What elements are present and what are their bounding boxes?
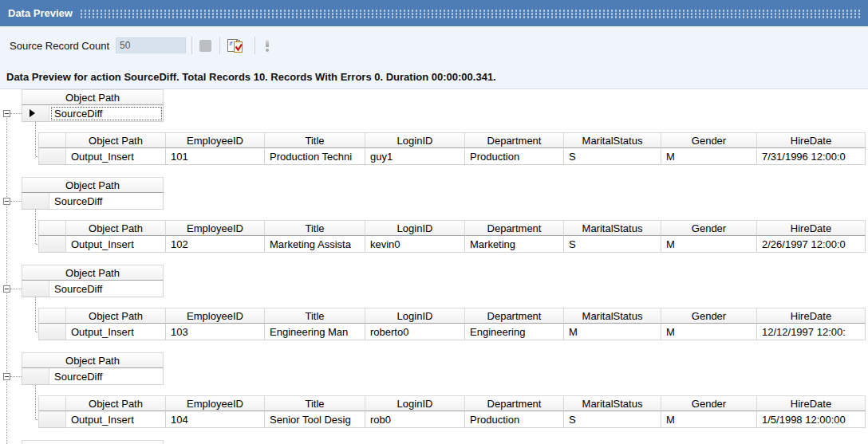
column-header[interactable]: Object Path [66, 132, 166, 148]
cell[interactable]: rob0 [365, 411, 465, 428]
collapse-minus-icon[interactable] [3, 110, 10, 117]
validate-results-icon[interactable]: if [227, 37, 245, 54]
column-header[interactable]: Gender [661, 308, 757, 324]
column-header[interactable]: MaritalStatus [564, 220, 661, 236]
column-header[interactable]: LoginID [365, 308, 465, 324]
record-count-input[interactable] [116, 37, 186, 53]
column-header[interactable]: LoginID [365, 132, 465, 148]
column-header[interactable]: HireDate [757, 308, 866, 324]
panel-title: Data Preview [8, 7, 73, 19]
column-header[interactable]: Department [465, 220, 564, 236]
tree-connector [10, 376, 22, 377]
cell[interactable]: 12/12/1997 12:00: [757, 324, 866, 340]
cell[interactable]: roberto0 [365, 324, 465, 340]
outer-column-header[interactable]: Object Path [22, 265, 164, 281]
cell[interactable]: guy1 [365, 148, 465, 165]
row-selector[interactable] [22, 368, 49, 385]
cell[interactable]: Output_Insert [66, 236, 166, 253]
cell[interactable]: Production [465, 411, 564, 428]
row-header[interactable] [38, 411, 66, 428]
cell[interactable]: M [661, 411, 757, 428]
corner-header[interactable] [38, 220, 66, 236]
column-header[interactable]: Department [465, 132, 564, 148]
cell[interactable]: 101 [166, 148, 265, 165]
outer-column-header[interactable]: Object Path [22, 440, 164, 444]
column-header[interactable]: MaritalStatus [564, 395, 661, 411]
column-header[interactable]: EmployeeID [166, 220, 265, 236]
group-row: SourceDiff [22, 368, 164, 385]
cell[interactable]: S [564, 148, 661, 165]
cell[interactable]: Production [465, 148, 564, 165]
column-header[interactable]: Gender [661, 395, 757, 411]
collapse-minus-icon[interactable] [3, 373, 10, 380]
column-header[interactable]: Object Path [66, 308, 166, 324]
column-header[interactable]: Gender [661, 220, 757, 236]
dock-grip-texture[interactable] [81, 10, 862, 18]
column-header[interactable]: Title [265, 220, 365, 236]
column-header[interactable]: HireDate [757, 395, 866, 411]
column-header[interactable]: Gender [661, 132, 757, 148]
cell[interactable]: Output_Insert [66, 148, 166, 165]
column-header[interactable]: Object Path [66, 395, 166, 411]
outer-column-header[interactable]: Object Path [22, 177, 164, 193]
cell[interactable]: M [661, 324, 757, 340]
row-selector[interactable] [22, 281, 49, 297]
stop-square-icon[interactable] [199, 40, 211, 52]
column-header[interactable]: Object Path [66, 220, 166, 236]
cell[interactable]: Marketing [465, 236, 564, 253]
cell[interactable]: Production Techni [265, 148, 365, 165]
cell[interactable]: 7/31/1996 12:00:0 [757, 148, 866, 165]
column-header[interactable]: HireDate [757, 132, 866, 148]
corner-header[interactable] [38, 132, 66, 148]
cell[interactable]: M [564, 324, 661, 340]
toolbar-separator [254, 37, 255, 54]
corner-header[interactable] [38, 308, 66, 324]
row-header[interactable] [38, 148, 66, 165]
cell[interactable]: S [564, 411, 661, 428]
cell[interactable]: 1/5/1998 12:00:00 [757, 411, 866, 428]
column-header[interactable]: MaritalStatus [564, 308, 661, 324]
group-name-cell[interactable]: SourceDiff [49, 368, 164, 385]
column-header[interactable]: Title [265, 308, 365, 324]
outer-column-header[interactable]: Object Path [22, 89, 164, 105]
cell[interactable]: 102 [166, 236, 265, 253]
cell[interactable]: S [564, 236, 661, 253]
cell[interactable]: Engineering [465, 324, 564, 340]
collapse-minus-icon[interactable] [3, 285, 10, 293]
column-header[interactable]: EmployeeID [166, 395, 265, 411]
cell[interactable]: 104 [166, 411, 265, 428]
status-text: Data Preview for action SourceDiff. Tota… [6, 71, 496, 83]
outer-column-header[interactable]: Object Path [22, 352, 164, 368]
cell[interactable]: M [661, 236, 757, 253]
column-header[interactable]: Title [265, 395, 365, 411]
collapse-minus-icon[interactable] [3, 198, 10, 205]
group-name-cell[interactable]: SourceDiff [49, 281, 164, 297]
cell[interactable]: Output_Insert [66, 411, 166, 428]
cell[interactable]: Output_Insert [66, 324, 166, 340]
column-header[interactable]: MaritalStatus [564, 132, 661, 148]
corner-header[interactable] [38, 395, 66, 411]
column-header[interactable]: HireDate [757, 220, 866, 236]
column-header[interactable]: LoginID [365, 220, 465, 236]
cell[interactable]: M [661, 148, 757, 165]
column-header[interactable]: LoginID [365, 395, 465, 411]
cell[interactable]: Marketing Assista [265, 236, 365, 253]
cell[interactable]: Senior Tool Desig [265, 411, 365, 428]
cell[interactable]: 2/26/1997 12:00:0 [757, 236, 866, 253]
group-row: SourceDiff [22, 281, 164, 297]
column-header[interactable]: EmployeeID [166, 308, 265, 324]
row-selector[interactable] [22, 105, 49, 122]
cell[interactable]: kevin0 [365, 236, 465, 253]
cell[interactable]: Engineering Man [265, 324, 365, 340]
group-name-cell[interactable]: SourceDiff [49, 193, 164, 210]
column-header[interactable]: Department [465, 395, 564, 411]
group-name-cell[interactable]: SourceDiff [49, 105, 164, 122]
row-header[interactable] [38, 236, 66, 253]
column-header[interactable]: Department [465, 308, 564, 324]
row-header[interactable] [38, 324, 66, 340]
row-selector[interactable] [22, 193, 49, 210]
column-header[interactable]: EmployeeID [166, 132, 265, 148]
column-header[interactable]: Title [265, 132, 365, 148]
errors-icon[interactable] [263, 39, 271, 53]
cell[interactable]: 103 [166, 324, 265, 340]
